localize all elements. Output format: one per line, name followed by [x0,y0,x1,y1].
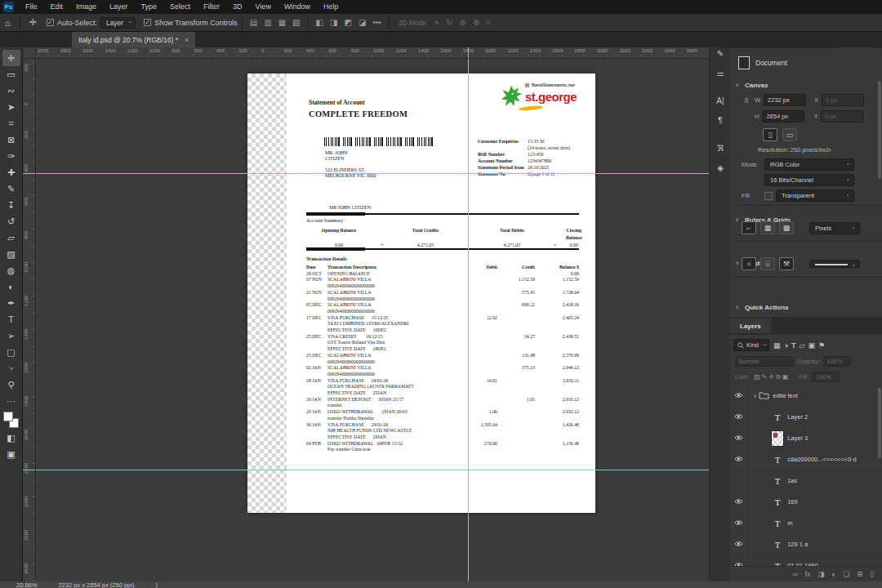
filter-toggle-icon[interactable]: ⚑ [817,341,826,350]
edit-toolbar[interactable]: ⋯ [2,393,20,409]
filter-pixel-layers-icon[interactable]: ▦ [772,341,782,350]
menu-edit[interactable]: Edit [44,0,70,14]
eraser-tool[interactable]: ▱ [2,229,20,246]
menu-select[interactable]: Select [163,0,197,14]
pen-tool[interactable]: ✒ [2,295,20,311]
zoom-level[interactable]: 20.66% [16,581,37,588]
lasso-tool[interactable]: ∾ [2,82,20,99]
canvas-pasteboard[interactable]: BankStatements.net st.george Statement o… [36,59,709,581]
align-button-3[interactable]: ▧ [289,18,303,27]
more-options-icon[interactable]: ••• [369,18,385,27]
object-selection-tool[interactable]: ➤ [2,99,20,115]
toggle-rulers-icon[interactable]: ⌐ [742,221,756,234]
lock-pixels-icon[interactable]: ✎ [761,373,768,381]
layer-filter-kind[interactable]: Kind [733,339,769,351]
paragraph-panel-icon[interactable]: ¶ [710,110,731,130]
tool-presets-panel-icon[interactable]: ⚌ [710,63,731,82]
guide-style-select[interactable] [809,260,860,268]
filter-shape-layers-icon[interactable]: ▱ [797,341,806,350]
screen-mode-icon[interactable]: ▣ [2,446,20,462]
visibility-toggle[interactable] [730,428,748,449]
quick-actions-section-header[interactable]: Quick Actions [730,304,882,311]
layer-row[interactable]: T 129 1 a [730,534,882,555]
menu-file[interactable]: File [19,0,44,14]
visibility-toggle[interactable] [730,492,748,513]
layer-row[interactable]: T 169 [730,492,882,513]
horizontal-guide[interactable] [36,173,709,174]
align-button-2[interactable]: ▦ [275,18,289,27]
blur-tool[interactable]: ◍ [2,262,20,278]
color-swatches[interactable] [3,412,20,430]
filter-adjustment-layers-icon[interactable]: ◑ [782,341,790,350]
auto-select-target-dropdown[interactable]: Layer [100,17,136,29]
move-tool-icon[interactable]: ✛ [24,17,42,28]
horizontal-guide[interactable] [36,470,709,470]
3d-panel-icon[interactable]: ◈ [710,158,731,177]
fill-swatch[interactable] [764,192,773,200]
brush-tool[interactable]: ✎ [2,180,20,197]
visibility-toggle[interactable] [730,385,748,407]
new-group-icon[interactable]: ❏ [844,570,850,578]
landscape-orientation-button[interactable]: ▭ [782,128,797,141]
vertical-guide[interactable] [468,59,469,581]
vertical-ruler[interactable]: 2000200400600800100012001400160018002000… [23,59,36,581]
quick-mask-icon[interactable]: ◧ [2,430,20,446]
status-chevron-icon[interactable]: ⟩ [155,581,158,588]
visibility-toggle[interactable] [730,555,748,567]
menu-help[interactable]: Help [317,0,345,14]
close-tab-icon[interactable]: × [185,36,189,44]
path-selection-tool[interactable]: ➢ [2,327,20,344]
visibility-toggle[interactable] [730,449,748,470]
zoom-tool[interactable]: ⚲ [2,376,20,393]
filter-type-layers-icon[interactable]: T [790,341,798,350]
lock-artboard-icon[interactable]: ⧉ [775,373,782,381]
document-canvas[interactable]: BankStatements.net st.george Statement o… [247,74,595,513]
glyphs-panel-icon[interactable]: ℜ [710,138,731,158]
history-brush-tool[interactable]: ↺ [2,213,20,229]
visibility-toggle[interactable] [730,407,748,428]
character-panel-icon[interactable]: A| [710,91,731,110]
home-icon[interactable]: ⌂ [0,18,16,28]
properties-scrollbar[interactable] [878,81,881,179]
layer-row[interactable]: T 01.01.1990 [730,555,882,566]
bit-depth-select[interactable]: 16 Bits/Channel [764,174,854,186]
distribute-button-1[interactable]: ◨ [327,18,341,27]
type-tool[interactable]: T [2,311,20,327]
frame-tool[interactable]: ⊠ [2,131,20,148]
document-tab[interactable]: Italy id.psd @ 20.7% (RGB/16) * × [72,32,195,47]
foreground-color-swatch[interactable] [3,412,13,421]
filter-smart-objects-icon[interactable]: ▣ [806,341,817,350]
menu-3d[interactable]: 3D [226,0,249,14]
layer-row[interactable]: ∨ edite text [730,385,882,407]
visibility-toggle[interactable] [730,470,748,492]
height-field[interactable]: 2854 px [762,110,804,122]
visibility-toggle[interactable] [730,534,748,555]
layers-tab[interactable]: Layers [730,318,771,333]
distribute-button-3[interactable]: ◪ [355,18,369,27]
toggle-grid-icon[interactable]: ▦ [760,221,775,234]
layer-row[interactable]: T Layer 2 [730,407,882,428]
portrait-orientation-button[interactable]: ▯ [763,128,777,141]
visibility-toggle[interactable] [730,513,748,534]
new-adjustment-layer-icon[interactable]: ◐ [831,570,835,578]
delete-layer-icon[interactable]: ▯ [870,570,874,578]
menu-type[interactable]: Type [135,0,164,14]
lock-transparency-icon[interactable]: ▨ [753,373,761,381]
link-dimensions-icon[interactable]: 8 [742,96,751,105]
layer-effects-icon[interactable]: fx [805,570,811,578]
eyedropper-tool[interactable]: ✑ [2,148,20,164]
ruler-units-select[interactable]: Pixels [809,222,860,234]
distribute-button-0[interactable]: ◧ [313,18,327,27]
edit-guides-icon[interactable]: ⚒ [779,257,794,270]
distribute-button-2[interactable]: ◩ [341,18,354,27]
dodge-tool[interactable]: ◐ [2,278,20,295]
group-expand-caret[interactable]: ∨ [753,393,757,399]
lock-all-icon[interactable]: ▣ [782,373,790,381]
link-layers-icon[interactable]: ∞ [793,570,798,578]
new-layer-icon[interactable]: ⊞ [857,570,862,578]
move-tool[interactable]: ✛ [2,50,20,66]
add-layer-mask-icon[interactable]: ◨ [817,570,824,578]
rectangle-tool[interactable]: ▢ [2,344,20,360]
layer-row[interactable]: T 1as [730,470,882,492]
width-field[interactable]: 2232 px [764,94,806,106]
